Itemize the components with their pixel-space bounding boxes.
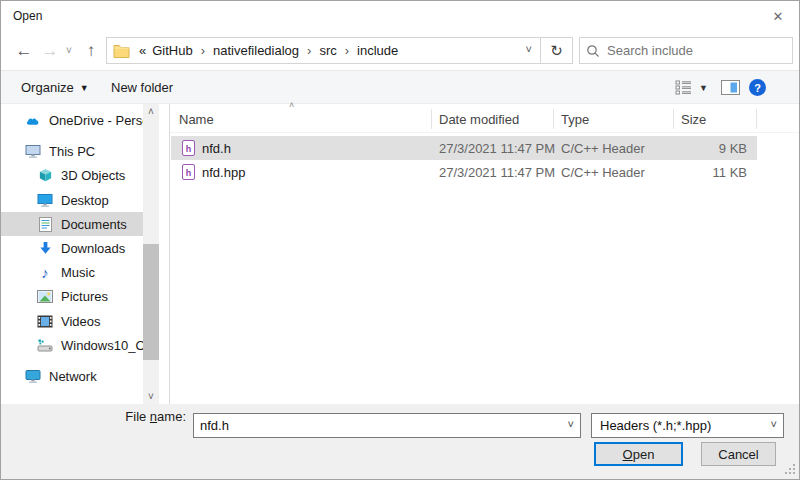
back-button[interactable]: ← (13, 39, 35, 61)
hard-drive-icon (37, 337, 53, 353)
history-chevron-icon[interactable]: ˅ (62, 42, 76, 58)
cancel-button[interactable]: Cancel (701, 442, 776, 466)
sidebar-item-music[interactable]: ♪ Music (1, 260, 143, 284)
chevron-down-icon: ▼ (699, 83, 708, 93)
column-divider[interactable] (756, 109, 757, 129)
sidebar-item-downloads[interactable]: Downloads (1, 236, 143, 260)
sidebar-item-label: Documents (61, 217, 127, 232)
scrollbar-thumb[interactable] (143, 244, 159, 360)
column-divider[interactable] (431, 109, 432, 129)
dialog-title: Open (13, 9, 42, 23)
address-bar[interactable]: « GitHub › nativefiledialog › src › incl… (106, 37, 541, 64)
document-icon (37, 216, 53, 232)
open-button[interactable]: Open (594, 442, 683, 466)
change-view-button[interactable]: ▼ (669, 71, 714, 104)
sidebar-item-videos[interactable]: Videos (1, 309, 143, 333)
sidebar-item-desktop[interactable]: Desktop (1, 188, 143, 212)
column-header-date-modified[interactable]: Date modified (439, 106, 519, 132)
sidebar-item-label: OneDrive - Person (49, 113, 143, 128)
file-name: nfd.h (202, 136, 231, 160)
close-icon[interactable]: ✕ (765, 5, 791, 27)
sort-ascending-icon: ˄ (289, 100, 294, 110)
sidebar-item-3d-objects[interactable]: 3D Objects (1, 163, 143, 187)
help-icon: ? (749, 79, 766, 96)
new-folder-label: New folder (111, 80, 173, 95)
column-header-size[interactable]: Size (681, 106, 706, 132)
column-divider[interactable] (673, 109, 674, 129)
header-file-icon: h (182, 164, 195, 183)
breadcrumb-segment-src[interactable]: src (316, 43, 339, 58)
organize-button[interactable]: Organize ▼ (15, 71, 95, 104)
file-size: 11 KB (673, 160, 747, 184)
breadcrumb-segment-github[interactable]: GitHub (149, 43, 195, 58)
up-button[interactable]: ↑ (80, 39, 102, 61)
file-date-modified: 27/3/2021 11:47 PM (439, 160, 555, 184)
file-type-value: Headers (*.h;*.hpp) (600, 418, 711, 433)
sidebar-scrollbar[interactable]: ˄ ˅ (143, 104, 159, 404)
search-icon (586, 44, 600, 58)
file-name: nfd.hpp (202, 160, 245, 184)
sidebar-item-label: Network (49, 369, 97, 384)
sidebar-item-pictures[interactable]: Pictures (1, 284, 143, 308)
breadcrumb-separator-icon: › (196, 43, 210, 58)
column-header-name[interactable]: Name (179, 106, 214, 132)
file-type: C/C++ Header (561, 160, 645, 184)
network-icon (25, 368, 41, 384)
file-name-label: File name: (1, 409, 186, 424)
sidebar-item-label: Desktop (61, 193, 109, 208)
search-box[interactable] (579, 37, 793, 64)
column-label: Date modified (439, 112, 519, 127)
file-name-combobox[interactable]: ˅ (193, 413, 581, 438)
sidebar-item-label: Windows10_OS ( (61, 338, 143, 353)
details-view-icon (675, 80, 693, 95)
sidebar-item-this-pc[interactable]: This PC (1, 139, 143, 163)
breadcrumb-separator-icon: › (340, 43, 354, 58)
address-dropdown-chevron-icon[interactable]: ˅ (526, 43, 532, 55)
resize-grip[interactable] (784, 463, 796, 478)
sidebar-item-label: Downloads (61, 241, 125, 256)
preview-pane-button[interactable] (715, 71, 746, 104)
sidebar-item-documents[interactable]: Documents (1, 212, 143, 236)
scroll-down-icon[interactable]: ˅ (143, 389, 159, 404)
refresh-icon: ↻ (550, 42, 563, 60)
picture-icon (37, 288, 53, 304)
column-header-type[interactable]: Type (561, 106, 589, 132)
sidebar-item-label: Music (61, 265, 95, 280)
breadcrumb-separator-icon: › (302, 43, 316, 58)
file-row-nfd-hpp[interactable]: h nfd.hpp 27/3/2021 11:47 PM C/C++ Heade… (170, 160, 800, 184)
file-type-dropdown[interactable]: Headers (*.h;*.hpp) ˅ (591, 413, 784, 438)
new-folder-button[interactable]: New folder (105, 71, 179, 104)
open-file-dialog: Open ✕ ← → ˅ ↑ « GitHub › nativefiledial… (0, 0, 800, 480)
sidebar-item-label: Videos (61, 314, 101, 329)
search-input[interactable] (600, 42, 786, 59)
cube-icon (37, 167, 53, 183)
music-note-icon: ♪ (37, 264, 53, 280)
dialog-footer: File name: ˅ Headers (*.h;*.hpp) ˅ Open … (1, 404, 799, 480)
breadcrumb-segment-include[interactable]: include (354, 43, 401, 58)
file-size: 9 KB (673, 136, 747, 160)
onedrive-cloud-icon (25, 112, 41, 128)
svg-text:h: h (186, 144, 192, 154)
column-divider[interactable] (553, 109, 554, 129)
breadcrumb-overflow-chevron[interactable]: « (136, 43, 149, 58)
forward-button[interactable]: → (39, 39, 61, 61)
folder-icon (113, 43, 130, 58)
scroll-up-icon[interactable]: ˄ (143, 104, 159, 119)
help-button[interactable]: ? (743, 71, 772, 104)
refresh-button[interactable]: ↻ (541, 37, 573, 64)
organize-label: Organize (21, 80, 74, 95)
breadcrumb-segment-nativefiledialog[interactable]: nativefiledialog (210, 43, 302, 58)
file-type: C/C++ Header (561, 136, 645, 160)
chevron-down-icon[interactable]: ˅ (568, 418, 574, 430)
title-bar[interactable]: Open ✕ (1, 1, 799, 31)
sidebar-item-onedrive[interactable]: OneDrive - Person (1, 108, 143, 132)
file-name-input[interactable] (194, 417, 544, 434)
sidebar-item-label: This PC (49, 144, 95, 159)
chevron-down-icon[interactable]: ˅ (771, 418, 777, 430)
header-underline (170, 132, 800, 133)
sidebar-item-network[interactable]: Network (1, 364, 143, 388)
sidebar-item-label: 3D Objects (61, 168, 125, 183)
sidebar-item-label: Pictures (61, 289, 108, 304)
sidebar-item-windows10-os[interactable]: Windows10_OS ( (1, 333, 143, 357)
file-row-nfd-h[interactable]: h nfd.h 27/3/2021 11:47 PM C/C++ Header … (170, 136, 800, 160)
